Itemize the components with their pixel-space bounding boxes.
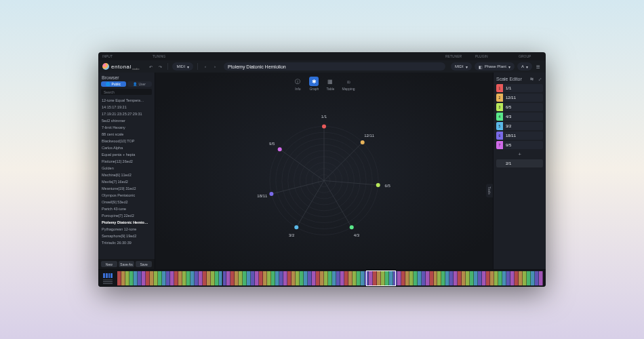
note-index: 2 [496, 94, 503, 102]
scale-radar-chart[interactable]: 1/112/116/54/33/218/119/5 [236, 100, 412, 256]
scale-item[interactable]: Orwell[9] 53ed2 [100, 199, 153, 205]
expand-icon[interactable]: ⤢ [536, 75, 543, 82]
tuning-name-text: Ptolemy Diatonic Hemiolion [228, 64, 286, 69]
browser-tab-public-label: Public [111, 82, 121, 86]
svg-line-15 [324, 180, 378, 185]
scale-item[interactable]: 5ed2 shimmer [100, 117, 153, 124]
group-selector-label: A [521, 64, 524, 68]
scale-item[interactable]: Flattone[12] 26ed2 [100, 158, 153, 165]
scale-item[interactable]: Pythagorean 12-tone [100, 226, 153, 233]
note-index: 1 [496, 84, 503, 92]
period-field[interactable]: 2/1 [496, 159, 543, 167]
scale-item[interactable]: Equal penta + hepta [100, 151, 153, 158]
svg-line-12 [324, 142, 363, 180]
scale-item[interactable]: 14:15:17:19:21 [100, 104, 153, 111]
note-index: 3 [496, 103, 503, 111]
new-button[interactable]: New [101, 261, 117, 267]
keyboard[interactable] [117, 271, 543, 285]
plugin-selector-label: Phase Plant [485, 64, 506, 68]
save-button[interactable]: Save [136, 261, 152, 267]
view-tab-label: Mapping [342, 87, 355, 91]
note-index: 7 [496, 141, 503, 149]
svg-line-27 [280, 149, 324, 180]
header: entonal studio ↶ ↷ MIDI ▾ ‹ › Ptolemy Di… [98, 60, 546, 73]
saveas-button[interactable]: Save As [119, 261, 135, 267]
logo-text: entonal [111, 64, 132, 70]
scale-list[interactable]: 12-tone Equal Tempera…14:15:17:19:2117:1… [98, 97, 155, 259]
view-tab-info[interactable]: ⓘInfo [293, 77, 302, 91]
chevron-down-icon: ▾ [466, 64, 468, 69]
svg-point-28 [278, 147, 282, 151]
scale-item[interactable]: Machine[6] 11ed2 [100, 172, 153, 178]
redo-icon[interactable]: ↷ [157, 63, 163, 70]
view-tab-graph[interactable]: ✱Graph [309, 77, 319, 91]
view-tab-table[interactable]: ▦Table [325, 77, 335, 91]
note-row[interactable]: 79/5 [496, 141, 543, 149]
note-row[interactable]: 212/11 [496, 94, 543, 102]
tuning-prev-icon[interactable]: ‹ [202, 63, 209, 70]
topbar-plugin-label: PLUGIN [475, 54, 516, 58]
tuning-name-field[interactable]: Ptolemy Diatonic Hemiolion [224, 62, 445, 71]
scale-item[interactable]: 12-tone Equal Tempera… [100, 97, 153, 104]
svg-text:9/5: 9/5 [269, 142, 275, 146]
scale-item[interactable]: Tritriadic 26:30:39 [100, 239, 153, 246]
scale-item[interactable]: Semaphore[9] 19ed2 [100, 233, 153, 239]
svg-point-25 [269, 192, 273, 196]
link-icon[interactable]: ⇆ [528, 75, 535, 82]
plugin-selector[interactable]: ◧ Phase Plant ▾ [475, 62, 515, 71]
tools-panel-tab[interactable]: Tools [486, 184, 493, 197]
graph-icon: ✱ [309, 77, 319, 86]
scale-item[interactable]: Golden [100, 165, 153, 172]
scale-editor-panel: Scale Editor ⇆ ⤢ 11/1212/1136/544/353/26… [493, 73, 546, 269]
main: Browser 🌐 Public 👤 User Search 12-tone E… [98, 73, 546, 269]
svg-text:1/1: 1/1 [321, 115, 327, 119]
search-input[interactable]: Search [101, 89, 152, 95]
keyboard-view-toggle[interactable] [101, 270, 115, 287]
key[interactable] [539, 271, 543, 285]
radar-wrap: 1/112/116/54/33/218/119/5 [155, 92, 493, 269]
note-row[interactable]: 36/5 [496, 103, 543, 111]
input-selector[interactable]: MIDI ▾ [172, 62, 193, 71]
view-tab-mapping[interactable]: ⎄Mapping [342, 77, 355, 91]
add-note-button[interactable]: + [496, 151, 543, 157]
view-tab-label: Graph [309, 87, 319, 91]
retuner-selector-label: MIDI [455, 64, 464, 68]
scale-item[interactable]: 88 cent scale [100, 131, 153, 138]
scale-item[interactable]: Carlos Alpha [100, 144, 153, 151]
scale-item[interactable]: Ptolemy Diatonic Hemio… [100, 219, 153, 226]
scale-item[interactable]: Mavila[7] 16ed2 [100, 178, 153, 185]
browser-tab-user[interactable]: 👤 User [127, 81, 153, 87]
group-selector[interactable]: A ▾ [517, 62, 532, 71]
scale-item[interactable]: Porcupine[7] 22ed2 [100, 212, 153, 219]
browser-tab-public[interactable]: 🌐 Public [101, 81, 126, 87]
scale-item[interactable]: Meantone[19] 31ed2 [100, 185, 153, 192]
undo-icon[interactable]: ↶ [147, 63, 154, 70]
scale-item[interactable]: 17:19:21:23:25:27:29:31 [100, 111, 153, 117]
topbar-input-label: INPUT [102, 54, 129, 58]
menu-icon[interactable]: ≡ [535, 63, 542, 70]
topbar: INPUT TUNING RETUNER PLUGIN GROUP [98, 52, 546, 60]
keyboard-strip [98, 269, 546, 287]
scale-item[interactable]: Blackwood[10] TOP [100, 138, 153, 144]
note-row[interactable]: 44/3 [496, 113, 543, 121]
note-value: 6/5 [503, 105, 543, 109]
info-icon: ⓘ [293, 77, 302, 86]
center-panel: ⓘInfo✱Graph▦Table⎄Mapping 1/112/116/54/3… [155, 73, 493, 269]
tuning-next-icon[interactable]: › [212, 63, 218, 70]
mapping-icon: ⎄ [344, 77, 353, 86]
note-row[interactable]: 53/2 [496, 122, 543, 130]
browser-footer: New Save As Save [98, 259, 155, 269]
scale-item[interactable]: Partch 43-tone [100, 205, 153, 212]
note-value: 1/1 [503, 86, 543, 90]
topbar-group-label: GROUP [519, 54, 539, 58]
svg-point-10 [322, 124, 326, 128]
note-value: 9/5 [503, 143, 543, 147]
scale-item[interactable]: Olympos Pentatonic [100, 192, 153, 199]
scale-item[interactable]: 7-limit Hexany [100, 124, 153, 131]
retuner-selector[interactable]: MIDI ▾ [451, 62, 472, 71]
note-row[interactable]: 618/11 [496, 132, 543, 140]
period-value: 2/1 [506, 161, 511, 165]
topbar-tuning-label: TUNING [153, 54, 443, 58]
browser-tab-user-label: User [138, 82, 146, 86]
note-row[interactable]: 11/1 [496, 84, 543, 92]
